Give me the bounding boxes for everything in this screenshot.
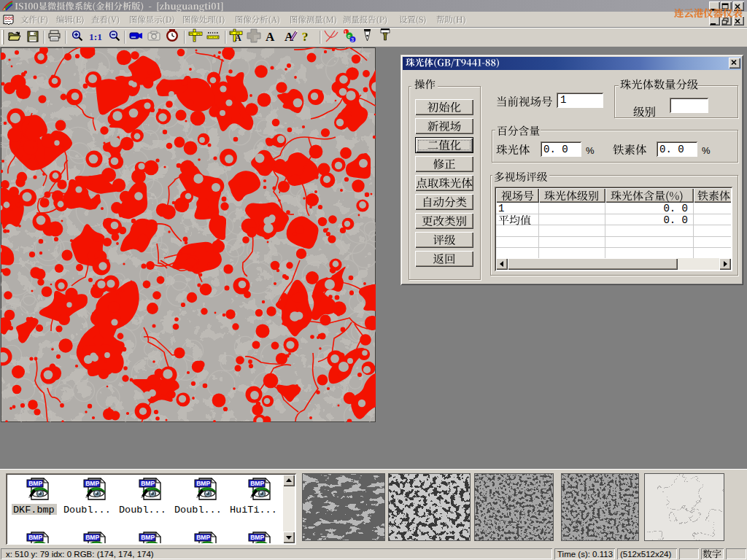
svg-text:A: A (235, 33, 241, 43)
svg-text:?: ? (302, 30, 309, 44)
svg-text:e: e (348, 34, 351, 39)
svg-text:Doubl...: Doubl... (174, 505, 222, 516)
svg-text:HuiTi...: HuiTi... (230, 505, 277, 516)
svg-text:DKF.bmp: DKF.bmp (13, 505, 55, 516)
svg-text:1: 1 (344, 30, 347, 35)
svg-text:DOC: DOC (5, 16, 14, 20)
svg-text:Doubl...: Doubl... (63, 505, 111, 516)
svg-text:1:1: 1:1 (89, 31, 102, 42)
svg-text:Doubl...: Doubl... (119, 505, 166, 516)
svg-text:3: 3 (351, 37, 354, 42)
svg-text:A: A (266, 30, 275, 44)
